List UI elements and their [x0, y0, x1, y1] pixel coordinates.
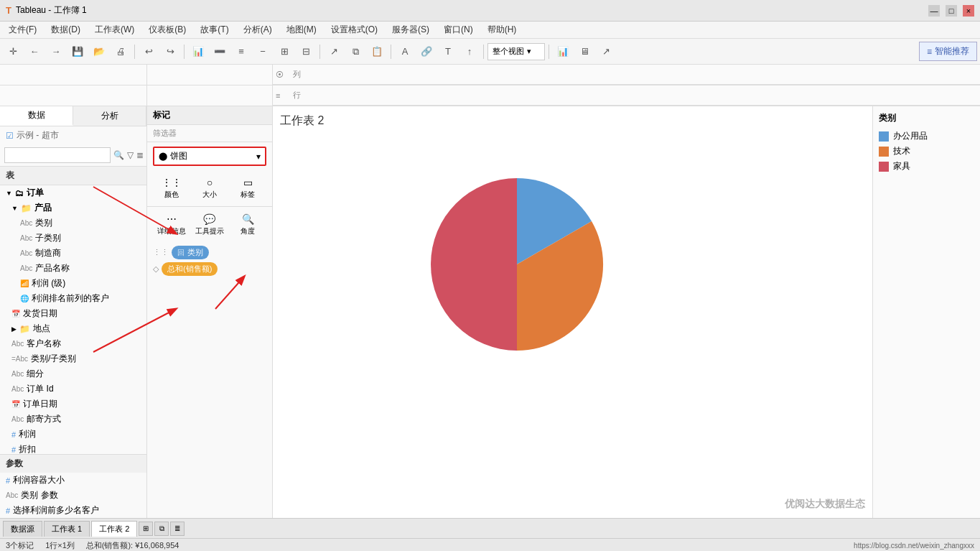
view-dropdown[interactable]: 整个视图 ▾	[487, 43, 545, 60]
tree-item-location[interactable]: ▶ 📁 地点	[0, 321, 146, 336]
toolbar-minus-btn[interactable]: ➖	[210, 42, 230, 62]
toolbar-separator-1	[134, 45, 135, 59]
toolbar-share-btn[interactable]: ↗	[596, 42, 616, 62]
tab-analysis[interactable]: 分析	[73, 106, 146, 126]
toolbar-separator-2	[184, 45, 185, 59]
toolbar-up-btn[interactable]: ↑	[459, 42, 480, 62]
toolbar-open-btn[interactable]: 📂	[89, 42, 109, 62]
color-button[interactable]: ⋮⋮ 颜色	[153, 173, 190, 203]
tree-item-subcategory[interactable]: Abc 子类别	[0, 231, 146, 246]
search-input[interactable]	[4, 147, 111, 163]
menu-data[interactable]: 数据(D)	[45, 22, 86, 37]
toolbar-link-btn[interactable]: 🔗	[416, 42, 437, 62]
toolbar-print-btn[interactable]: 🖨	[111, 42, 131, 62]
menu-server[interactable]: 服务器(S)	[386, 22, 435, 37]
tree-item-profit[interactable]: # 利润	[0, 427, 146, 442]
param-profit-size[interactable]: # 利润容器大小	[0, 473, 146, 488]
add-sheet-btn[interactable]: ⊞	[139, 522, 153, 536]
tab-worksheet1[interactable]: 工作表 1	[44, 521, 90, 537]
angle-button[interactable]: 🔍 角度	[230, 210, 266, 240]
list-icon[interactable]: ≣	[136, 150, 144, 160]
menu-dashboard[interactable]: 仪表板(B)	[143, 22, 192, 37]
menu-window[interactable]: 窗口(N)	[438, 22, 479, 37]
filter-icon[interactable]: ▽	[127, 150, 134, 160]
pill-row-sales: ◇ 总和(销售额)	[153, 262, 266, 276]
toolbar-chart-btn[interactable]: 📊	[188, 42, 208, 62]
toolbar-redo-btn[interactable]: ↪	[160, 42, 180, 62]
tree-item-top-customers[interactable]: 🌐 利润排名前列的客户	[0, 291, 146, 306]
toolbar-back-btn[interactable]: ←	[24, 42, 45, 62]
toolbar-copy-btn[interactable]: ⧉	[345, 42, 365, 62]
toolbar-minus2-btn[interactable]: −	[253, 42, 273, 62]
menu-map[interactable]: 地图(M)	[281, 22, 322, 37]
duplicate-sheet-btn[interactable]: ⧉	[154, 522, 169, 536]
menu-file[interactable]: 文件(F)	[3, 22, 42, 37]
menu-story[interactable]: 故事(T)	[195, 22, 234, 37]
tooltip-button[interactable]: 💬 工具提示	[191, 210, 228, 240]
menu-bar: 文件(F) 数据(D) 工作表(W) 仪表板(B) 故事(T) 分析(A) 地图…	[0, 22, 980, 39]
tab-datasource[interactable]: 数据源	[3, 521, 42, 537]
tree-item-shipmode[interactable]: Abc 邮寄方式	[0, 412, 146, 427]
toolbar-expand-btn[interactable]: ⊞	[274, 42, 294, 62]
category-pill-label: 类别	[187, 247, 203, 258]
toolbar-arrow-btn[interactable]: ↗	[324, 42, 344, 62]
toolbar-T-btn[interactable]: T	[438, 42, 458, 62]
tree-item-orderid[interactable]: Abc 订单 Id	[0, 381, 146, 397]
toolbar-paste-btn[interactable]: 📋	[367, 42, 387, 62]
param-select-profit[interactable]: # 选择利润前多少名客户	[0, 503, 146, 518]
menu-help[interactable]: 帮助(H)	[482, 22, 523, 37]
tree-item-shipdate[interactable]: 📅 发货日期	[0, 306, 146, 321]
maximize-button[interactable]: □	[946, 5, 957, 17]
abc-icon-productname: Abc	[20, 264, 32, 272]
param-category[interactable]: Abc 类别 参数	[0, 488, 146, 503]
hash-icon-profit: #	[11, 430, 16, 439]
minimize-button[interactable]: —	[928, 5, 940, 17]
bottom-bar: 数据源 工作表 1 工作表 2 ⊞ ⧉ ≣	[0, 518, 980, 538]
data-source-item[interactable]: ☑ 示例 - 超市	[0, 126, 146, 144]
tree-item-orders[interactable]: ▼ 🗂 订单	[0, 185, 146, 200]
tree-item-discount[interactable]: # 折扣	[0, 442, 146, 454]
menu-analysis[interactable]: 分析(A)	[238, 22, 278, 37]
toolbar-save-btn[interactable]: 💾	[67, 42, 88, 62]
size-button[interactable]: ○ 大小	[191, 173, 228, 203]
tables-section-header: 表	[0, 167, 146, 185]
window-controls[interactable]: — □ ×	[928, 5, 974, 17]
params-section: 参数 # 利润容器大小 Abc 类别 参数 # 选择利润前多少名客户	[0, 454, 146, 518]
columns-shelf[interactable]: ⦿ 列	[273, 65, 980, 85]
chart-type-dropdown[interactable]: ⬤ 饼图 ▾	[153, 147, 266, 166]
tree-item-category[interactable]: Abc 类别	[0, 216, 146, 231]
tab-data[interactable]: 数据	[0, 106, 73, 126]
toolbar-forward-btn[interactable]: →	[46, 42, 66, 62]
sheet-list-btn[interactable]: ≣	[170, 522, 185, 536]
toolbar-collapse-btn[interactable]: ⊟	[296, 42, 316, 62]
toolbar-right: ≡ 智能推荐	[919, 42, 977, 61]
search-icon[interactable]: 🔍	[113, 150, 124, 160]
menu-format[interactable]: 设置格式(O)	[325, 22, 383, 37]
detail-button[interactable]: ⋯ 详细信息	[153, 210, 190, 240]
detail-icon: ⋯	[167, 213, 177, 225]
tree-item-products[interactable]: ▼ 📁 产品	[0, 200, 146, 216]
toolbar-text-btn[interactable]: A	[395, 42, 415, 62]
toolbar-grid-btn[interactable]: ✛	[3, 42, 23, 62]
smart-recommend-button[interactable]: ≡ 智能推荐	[919, 42, 977, 61]
tree-item-customername[interactable]: Abc 客户名称	[0, 336, 146, 351]
toolbar-bars-btn[interactable]: ≡	[231, 42, 251, 62]
menu-worksheet[interactable]: 工作表(W)	[89, 22, 140, 37]
close-button[interactable]: ×	[963, 5, 974, 17]
toolbar-undo-btn[interactable]: ↩	[139, 42, 159, 62]
toolbar-chart2-btn[interactable]: 📊	[553, 42, 573, 62]
tree-item-segment[interactable]: Abc 细分	[0, 366, 146, 381]
tree-item-profit-level[interactable]: 📶 利润 (级)	[0, 276, 146, 291]
sales-pill[interactable]: 总和(销售额)	[162, 262, 218, 276]
rows-shelf[interactable]: ≡ 行	[273, 85, 980, 106]
dropdown-arrow: ▾	[256, 152, 261, 162]
label-button[interactable]: ▭ 标签	[230, 173, 266, 203]
toolbar-monitor-btn[interactable]: 🖥	[574, 42, 594, 62]
tree-item-cat-subcat[interactable]: =Abc 类别/子类别	[0, 351, 146, 366]
category-pill[interactable]: 回 类别	[172, 246, 209, 259]
tree-item-orderdate[interactable]: 📅 订单日期	[0, 397, 146, 412]
tree-item-manufacturer[interactable]: Abc 制造商	[0, 246, 146, 261]
tab-worksheet2[interactable]: 工作表 2	[91, 521, 137, 537]
calendar-icon-ship: 📅	[11, 310, 20, 318]
tree-item-productname[interactable]: Abc 产品名称	[0, 261, 146, 276]
